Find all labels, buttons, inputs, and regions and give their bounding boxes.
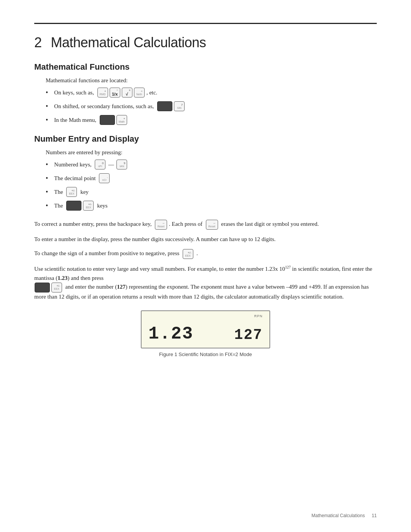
list-item: The +/- EEX key	[46, 187, 377, 197]
plus-minus-eex-key: +/- EEX	[83, 201, 94, 211]
bullet-text: The	[54, 189, 64, 195]
figure: RPN 1.23 127 Figure 1 Scientific Notatio…	[141, 310, 270, 357]
section-title-math-functions: Mathematical Functions	[34, 62, 377, 72]
rpn-label: RPN	[254, 314, 263, 318]
body-text-area: To correct a number entry, press the bac…	[34, 220, 377, 301]
para-text: Use scientific notation to enter very la…	[34, 266, 372, 281]
figure-caption: Figure 1 Scientific Notation in FIX=2 Mo…	[159, 351, 252, 357]
sci-shift-key	[35, 283, 50, 292]
key-group: ← Reset	[155, 220, 167, 230]
para-text: To enter a number in the display, press …	[34, 236, 276, 242]
para-text: .	[195, 251, 198, 257]
dash: —	[108, 161, 114, 168]
bullet-text: In the Math menu,	[54, 117, 98, 123]
para-text: To change the sign of a number from posi…	[34, 251, 181, 257]
key-group: 0 nPr — 9 tAN	[94, 160, 127, 169]
nine-key: 9 tAN	[116, 160, 127, 169]
times-sqrt-key: x √	[122, 88, 132, 97]
para-text: . Each press of	[169, 221, 204, 227]
scientific-paragraph: Use scientific notation to enter very la…	[34, 264, 377, 301]
sin-key: 7 SIN	[174, 101, 185, 111]
key-group: +/- EEX	[34, 283, 62, 292]
divide-neth-key: ÷ Neth	[134, 88, 145, 97]
bullet-text: On keys, such as,	[54, 89, 95, 96]
para-text: and enter the number (127) representing …	[34, 284, 369, 300]
page: 2Mathematical Calculations Mathematical …	[0, 0, 411, 532]
para-text: erases the last digit or symbol you ente…	[220, 221, 319, 227]
key-group: +/- EEX	[66, 201, 94, 211]
bullet-text-after: , etc.	[147, 89, 158, 96]
number-entry-intro: Numbers are entered by pressing:	[46, 149, 377, 156]
bullet-text: On shifted, or secondary functions, such…	[54, 103, 155, 110]
bullet-text-after: keys	[96, 203, 107, 209]
math-functions-intro: Mathematical functions are located:	[46, 77, 377, 84]
footer: Mathematical Calculations 11	[312, 513, 377, 518]
math-functions-list: On keys, such as, + RMD − 1/x x √	[46, 88, 377, 125]
chapter-title: 2Mathematical Calculations	[34, 35, 377, 51]
shift-key	[157, 101, 172, 111]
bullet-text: The	[54, 203, 64, 209]
footer-section-label: Mathematical Calculations	[312, 513, 365, 518]
key-group: 7 SIN	[157, 101, 185, 111]
bullet-text: The decimal point	[54, 175, 97, 182]
chapter-number: 2	[34, 35, 42, 50]
list-item: On shifted, or secondary functions, such…	[46, 101, 377, 111]
section-title-number-entry: Number Entry and Display	[34, 134, 377, 144]
calculator-display: RPN 1.23 127	[141, 310, 270, 348]
list-item: The +/- EEX keys	[46, 201, 377, 211]
list-item: In the Math menu, + Math	[46, 115, 377, 125]
list-item: Numbered keys, 0 nPr — 9 tAN	[46, 160, 377, 169]
plus-key: + RMD	[97, 88, 108, 97]
menu-key	[100, 115, 115, 125]
bullet-text-after: key	[79, 189, 88, 195]
footer-page-number: 11	[372, 513, 377, 518]
chapter-title-text: Mathematical Calculations	[51, 35, 206, 50]
list-item: The decimal point . nCr	[46, 173, 377, 183]
digits-paragraph: To enter a number in the display, press …	[34, 235, 377, 244]
math-key: + Math	[116, 115, 127, 125]
sign-key: +/- EEX	[183, 249, 193, 259]
backspace-paragraph: To correct a number entry, press the bac…	[34, 220, 377, 230]
key-group: +/- EEX	[66, 187, 77, 197]
decimal-key: . nCr	[99, 173, 110, 183]
sci-eex-key: +/- EEX	[51, 283, 62, 292]
key-group: +/- EEX	[182, 249, 194, 259]
list-item: On keys, such as, + RMD − 1/x x √	[46, 88, 377, 97]
minus-reciprocal-key: − 1/x	[110, 88, 120, 97]
bullet-text: Numbered keys,	[54, 161, 93, 168]
display-exponent: 127	[234, 327, 263, 343]
key-group: + RMD − 1/x x √ ÷ Neth	[97, 88, 145, 97]
backspace-key-1: ← Reset	[155, 220, 167, 230]
number-entry-list: Numbered keys, 0 nPr — 9 tAN The decimal…	[46, 160, 377, 211]
top-border	[34, 23, 377, 24]
zero-key: 0 nPr	[95, 160, 105, 169]
key-group: + Math	[99, 115, 127, 125]
key-group: . nCr	[99, 173, 110, 183]
display-mantissa: 1.23	[148, 324, 193, 344]
eex-shift-key	[66, 201, 81, 211]
plus-minus-key: +/- EEX	[66, 187, 77, 197]
sign-paragraph: To change the sign of a number from posi…	[34, 249, 377, 259]
backspace-key-2: ← Reset	[206, 220, 218, 230]
key-group: ← Reset	[206, 220, 218, 230]
para-text: To correct a number entry, press the bac…	[34, 221, 153, 227]
